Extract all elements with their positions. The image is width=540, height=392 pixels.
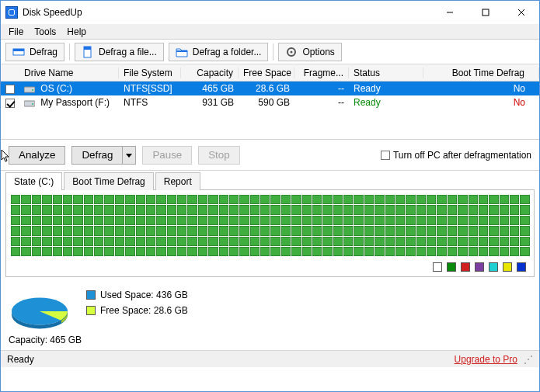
col-boot-time-defrag[interactable]: Boot Time Defrag bbox=[423, 68, 539, 78]
tab-state[interactable]: State (C:) bbox=[5, 172, 62, 190]
drive-fs: NTFS[SSD] bbox=[119, 83, 181, 94]
table-row[interactable]: My Passport (F:) NTFS 931 GB 590 GB -- R… bbox=[1, 95, 539, 109]
drive-frag: -- bbox=[294, 97, 349, 108]
table-row[interactable]: OS (C:) NTFS[SSD] 465 GB 28.6 GB -- Read… bbox=[1, 82, 539, 95]
svg-rect-8 bbox=[176, 50, 187, 52]
col-filesystem[interactable]: File System bbox=[119, 68, 181, 78]
toolbar-defrag-folder-label: Defrag a folder... bbox=[193, 47, 262, 57]
pause-button: Pause bbox=[142, 146, 192, 165]
gear-icon bbox=[285, 46, 298, 58]
legend-free: Free Space: 28.6 GB bbox=[86, 305, 188, 316]
legend-swatch bbox=[447, 262, 456, 272]
defrag-icon bbox=[12, 46, 25, 58]
svg-rect-5 bbox=[13, 49, 24, 51]
menu-bar: File Tools Help bbox=[1, 24, 539, 40]
tab-boot-time-defrag[interactable]: Boot Time Defrag bbox=[64, 172, 153, 190]
svg-point-10 bbox=[291, 50, 293, 53]
analyze-button[interactable]: Analyze bbox=[9, 146, 65, 165]
defrag-dropdown[interactable] bbox=[122, 146, 136, 165]
tab-report[interactable]: Report bbox=[155, 172, 200, 190]
swatch-free bbox=[86, 306, 96, 315]
pie-legend: Used Space: 436 GB Free Space: 28.6 GB bbox=[86, 285, 188, 316]
legend-free-label: Free Space: 28.6 GB bbox=[100, 305, 188, 316]
app-icon bbox=[5, 6, 18, 19]
legend-swatch bbox=[461, 262, 470, 272]
legend-swatch bbox=[503, 262, 512, 272]
toolbar-defrag-folder[interactable]: Defrag a folder... bbox=[169, 43, 269, 61]
toolbar-defrag[interactable]: Defrag bbox=[5, 43, 64, 61]
menu-file[interactable]: File bbox=[4, 25, 28, 39]
upgrade-link[interactable]: Upgrade to Pro bbox=[455, 354, 517, 365]
table-header: Drive Name File System Capacity Free Spa… bbox=[1, 64, 539, 82]
close-icon bbox=[517, 9, 525, 16]
drive-btd: No bbox=[514, 83, 525, 94]
app-title: Disk SpeedUp bbox=[23, 7, 432, 18]
tab-body bbox=[5, 189, 535, 277]
drive-btd: No bbox=[514, 97, 525, 108]
legend-swatch bbox=[433, 262, 442, 272]
drive-frag: -- bbox=[294, 83, 349, 94]
row-checkbox[interactable] bbox=[5, 85, 15, 94]
svg-marker-15 bbox=[126, 154, 132, 158]
legend-swatch bbox=[489, 262, 498, 272]
maximize-icon bbox=[482, 9, 489, 16]
turnoff-checkbox[interactable]: Turn off PC after defragmentation bbox=[381, 150, 531, 161]
status-text: Ready bbox=[7, 354, 34, 365]
menu-help[interactable]: Help bbox=[62, 25, 91, 39]
file-icon bbox=[82, 46, 94, 58]
toolbar-options-label: Options bbox=[302, 47, 334, 57]
col-status[interactable]: Status bbox=[349, 68, 423, 78]
minimize-button[interactable] bbox=[432, 1, 468, 24]
pie-chart bbox=[9, 285, 71, 331]
col-free[interactable]: Free Space bbox=[239, 68, 294, 78]
swatch-used bbox=[86, 290, 96, 300]
drive-status: Ready bbox=[354, 97, 381, 108]
turnoff-label: Turn off PC after defragmentation bbox=[393, 150, 531, 161]
defrag-button[interactable]: Defrag bbox=[71, 146, 122, 165]
toolbar-separator bbox=[69, 43, 70, 61]
svg-rect-11 bbox=[24, 87, 35, 92]
col-name[interactable]: Drive Name bbox=[19, 68, 119, 78]
resize-grip-icon[interactable]: ⋰ bbox=[524, 354, 533, 365]
drive-icon bbox=[24, 85, 35, 94]
mouse-cursor-icon bbox=[1, 149, 12, 165]
menu-tools[interactable]: Tools bbox=[30, 25, 61, 39]
svg-point-12 bbox=[32, 89, 33, 91]
toolbar-options[interactable]: Options bbox=[278, 43, 341, 61]
row-checkbox[interactable] bbox=[5, 99, 15, 108]
toolbar-defrag-label: Defrag bbox=[30, 47, 57, 57]
toolbar-defrag-file[interactable]: Defrag a file... bbox=[75, 43, 164, 61]
drive-icon bbox=[24, 99, 35, 108]
defrag-split-button[interactable]: Defrag bbox=[71, 146, 136, 165]
legend-used-label: Used Space: 436 GB bbox=[100, 290, 188, 300]
toolbar-separator bbox=[273, 43, 273, 61]
drive-fs: NTFS bbox=[119, 97, 181, 108]
maximize-button[interactable] bbox=[468, 1, 503, 24]
fragmentation-grid bbox=[11, 195, 529, 256]
toolbar-defrag-file-label: Defrag a file... bbox=[99, 47, 157, 57]
col-capacity[interactable]: Capacity bbox=[181, 68, 239, 78]
folder-icon bbox=[176, 46, 188, 58]
drive-capacity: 465 GB bbox=[181, 83, 239, 94]
svg-point-14 bbox=[32, 103, 33, 105]
legend-swatch bbox=[475, 262, 484, 272]
action-row: Analyze Defrag Pause Stop Turn off PC af… bbox=[1, 140, 539, 171]
chevron-down-icon bbox=[126, 152, 132, 158]
close-button[interactable] bbox=[503, 1, 539, 24]
legend-swatch bbox=[517, 262, 526, 272]
state-tabs: State (C:) Boot Time Defrag Report bbox=[1, 171, 539, 189]
disk-usage-summary: Used Space: 436 GB Free Space: 28.6 GB bbox=[1, 280, 539, 333]
capacity-label: Capacity: 465 GB bbox=[1, 333, 539, 350]
legend-colors bbox=[11, 256, 529, 272]
status-bar: Ready Upgrade to Pro ⋰ bbox=[1, 350, 539, 367]
drive-table: Drive Name File System Capacity Free Spa… bbox=[1, 64, 539, 140]
drive-free: 590 GB bbox=[239, 97, 294, 108]
toolbar: Defrag Defrag a file... Defrag a folder.… bbox=[1, 40, 539, 64]
col-fragmented[interactable]: Fragme... bbox=[294, 68, 349, 78]
stop-button: Stop bbox=[198, 146, 239, 165]
drive-status: Ready bbox=[354, 83, 381, 94]
svg-rect-1 bbox=[483, 9, 489, 16]
drive-free: 28.6 GB bbox=[239, 83, 294, 94]
legend-used: Used Space: 436 GB bbox=[86, 290, 188, 300]
app-window: Disk SpeedUp File Tools Help Defrag Defr… bbox=[0, 0, 540, 392]
